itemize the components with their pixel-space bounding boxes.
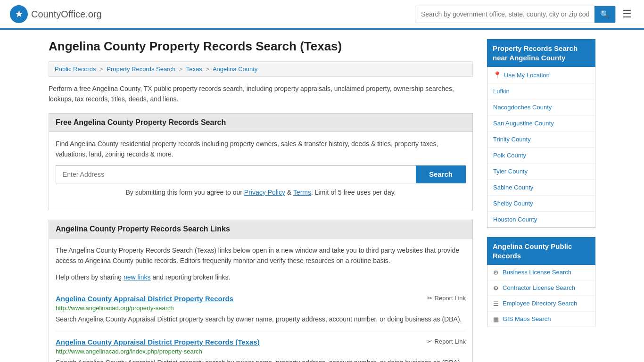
breadcrumb-texas[interactable]: Texas: [186, 66, 202, 73]
sidebar-link-san-augustine[interactable]: San Augustine County: [487, 115, 595, 132]
privacy-note: By submitting this form you agree to our…: [56, 187, 466, 197]
report-link-label-2: Report Link: [435, 338, 466, 345]
sidebar-link-polk[interactable]: Polk County: [487, 148, 595, 164]
main-container: Angelina County Property Records Search …: [39, 30, 605, 362]
sidebar-nearby-body: 📍 Use My Location Lufkin Nacogdoches Cou…: [487, 67, 595, 228]
privacy-policy-link[interactable]: Privacy Policy: [244, 189, 285, 196]
sidebar-nearby-heading: Property Records Search near Angelina Co…: [487, 39, 595, 67]
links-section-body: The Angelina County Property Records Sea…: [49, 239, 473, 362]
links-section-heading: Angelina County Property Records Search …: [49, 220, 473, 239]
record-url-1: http://www.angelinacad.org/property-sear…: [56, 304, 466, 312]
record-url-2: http://www.angelinacad.org/index.php/pro…: [56, 348, 466, 355]
record-link-header-1: Angelina County Appraisal District Prope…: [56, 295, 466, 303]
logo-text: CountyOffice.org: [31, 9, 102, 20]
breadcrumb-public-records[interactable]: Public Records: [55, 66, 96, 73]
logo-area: ★ CountyOffice.org: [9, 5, 102, 24]
gis-maps-link[interactable]: GIS Maps Search: [503, 315, 551, 322]
free-search-description: Find Angelina County residential propert…: [56, 139, 466, 160]
map-icon-gis: ▦: [493, 316, 499, 323]
shelby-link[interactable]: Shelby County: [493, 200, 533, 207]
record-link-item-2: Angelina County Appraisal District Prope…: [56, 331, 466, 362]
content-area: Angelina County Property Records Search …: [49, 39, 473, 362]
sidebar-contractor-license[interactable]: ⚙ Contractor License Search: [487, 280, 595, 296]
record-desc-1: Search Angelina County Appraisal Distric…: [56, 314, 466, 324]
scissors-icon-1: ✂: [427, 295, 432, 302]
address-search-row: Search: [56, 165, 466, 183]
sidebar-public-records-body: ⚙ Business License Search ⚙ Contractor L…: [487, 265, 595, 327]
sidebar: Property Records Search near Angelina Co…: [487, 39, 595, 362]
new-links-link[interactable]: new links: [124, 273, 151, 281]
svg-text:★: ★: [15, 9, 23, 19]
record-desc-2: Search Angelina County Appraisal Distric…: [56, 358, 466, 362]
contractor-license-link[interactable]: Contractor License Search: [503, 284, 575, 291]
header-search-button[interactable]: 🔍: [594, 6, 615, 23]
logo-suffix: .org: [85, 9, 101, 19]
houston-link[interactable]: Houston County: [493, 216, 537, 223]
sidebar-public-records-box: Angelina County Public Records ⚙ Busines…: [487, 237, 595, 327]
sidebar-public-records-heading: Angelina County Public Records: [487, 237, 595, 265]
sidebar-link-tyler[interactable]: Tyler County: [487, 164, 595, 180]
sidebar-employee-directory[interactable]: ☰ Employee Directory Search: [487, 296, 595, 312]
report-link-button-2[interactable]: ✂ Report Link: [427, 338, 466, 345]
sidebar-link-sabine[interactable]: Sabine County: [487, 180, 595, 196]
breadcrumb-property-records[interactable]: Property Records Search: [107, 66, 175, 73]
address-search-button[interactable]: Search: [416, 165, 466, 183]
record-link-title-1[interactable]: Angelina County Appraisal District Prope…: [56, 295, 233, 303]
breadcrumb-sep-3: >: [206, 66, 209, 73]
page-title: Angelina County Property Records Search …: [49, 39, 473, 54]
sidebar-gis-maps[interactable]: ▦ GIS Maps Search: [487, 312, 595, 327]
sidebar-link-houston[interactable]: Houston County: [487, 212, 595, 227]
report-link-button-1[interactable]: ✂ Report Link: [427, 295, 466, 302]
page-description: Perform a free Angelina County, TX publi…: [49, 83, 473, 105]
record-link-title-2[interactable]: Angelina County Appraisal District Prope…: [56, 338, 260, 346]
links-section: Angelina County Property Records Search …: [49, 220, 473, 362]
logo-brand: CountyOffice: [31, 9, 85, 19]
record-link-header-2: Angelina County Appraisal District Prope…: [56, 338, 466, 346]
header-search-bar: 🔍: [415, 6, 616, 23]
hamburger-menu-button[interactable]: ☰: [619, 5, 635, 23]
business-license-link[interactable]: Business License Search: [503, 269, 571, 276]
address-input[interactable]: [56, 165, 416, 183]
logo-icon: ★: [9, 5, 28, 24]
sidebar-link-shelby[interactable]: Shelby County: [487, 196, 595, 212]
sidebar-link-nacogdoches[interactable]: Nacogdoches County: [487, 99, 595, 115]
report-link-label-1: Report Link: [435, 295, 466, 302]
use-my-location-link[interactable]: Use My Location: [504, 72, 550, 79]
tyler-link[interactable]: Tyler County: [493, 168, 528, 175]
links-intro: The Angelina County Property Records Sea…: [56, 245, 466, 266]
free-search-body: Find Angelina County residential propert…: [49, 132, 473, 210]
breadcrumb-sep-1: >: [99, 66, 103, 73]
nacogdoches-link[interactable]: Nacogdoches County: [493, 104, 552, 111]
sidebar-link-lufkin[interactable]: Lufkin: [487, 83, 595, 99]
lufkin-link[interactable]: Lufkin: [493, 88, 510, 95]
free-search-section: Free Angelina County Property Records Se…: [49, 113, 473, 210]
site-header: ★ CountyOffice.org 🔍 ☰: [0, 0, 644, 30]
breadcrumb-angelina-county[interactable]: Angelina County: [213, 66, 257, 73]
sabine-link[interactable]: Sabine County: [493, 184, 533, 191]
help-line: Help others by sharing new links and rep…: [56, 272, 466, 282]
sidebar-link-trinity[interactable]: Trinity County: [487, 132, 595, 148]
polk-link[interactable]: Polk County: [493, 152, 526, 159]
free-search-heading: Free Angelina County Property Records Se…: [49, 113, 473, 132]
breadcrumb-sep-2: >: [179, 66, 183, 73]
header-search-input[interactable]: [415, 7, 594, 22]
san-augustine-link[interactable]: San Augustine County: [493, 120, 554, 127]
employee-directory-link[interactable]: Employee Directory Search: [503, 300, 577, 307]
list-icon-employee: ☰: [493, 300, 499, 307]
pin-icon: 📍: [493, 71, 501, 79]
sidebar-business-license[interactable]: ⚙ Business License Search: [487, 265, 595, 280]
header-right: 🔍 ☰: [415, 5, 635, 23]
scissors-icon-2: ✂: [427, 338, 432, 345]
sidebar-nearby-box: Property Records Search near Angelina Co…: [487, 39, 595, 228]
terms-link[interactable]: Terms: [293, 189, 311, 196]
breadcrumb: Public Records > Property Records Search…: [49, 61, 473, 77]
sidebar-use-my-location[interactable]: 📍 Use My Location: [487, 67, 595, 83]
record-link-item-1: Angelina County Appraisal District Prope…: [56, 288, 466, 331]
gear-icon-business: ⚙: [493, 269, 499, 276]
gear-icon-contractor: ⚙: [493, 285, 499, 292]
trinity-link[interactable]: Trinity County: [493, 136, 531, 143]
